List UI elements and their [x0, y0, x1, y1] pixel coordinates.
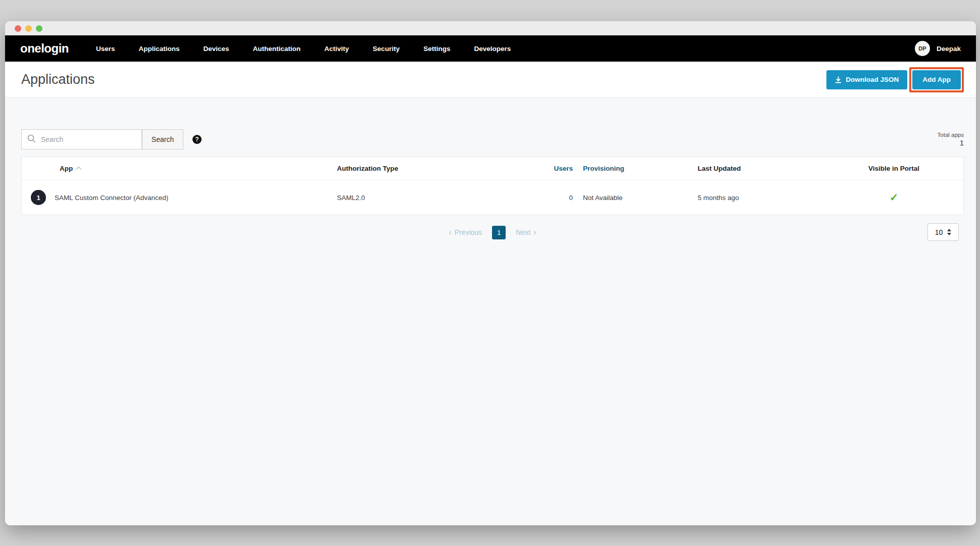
next-page-button[interactable]: Next ›	[516, 228, 539, 237]
download-icon	[835, 76, 842, 83]
toolbar: Search ? Total apps 1	[21, 129, 964, 150]
column-header-provisioning[interactable]: Provisioning	[583, 165, 698, 172]
onelogin-logo[interactable]: onelogin	[20, 41, 69, 56]
user-name: Deepak	[937, 45, 961, 53]
top-navbar: onelogin Users Applications Devices Auth…	[5, 35, 976, 62]
browser-window: onelogin Users Applications Devices Auth…	[5, 21, 976, 525]
applications-table: App Authorization Type Users Provisionin…	[21, 157, 964, 215]
chevron-right-icon: ›	[533, 228, 536, 237]
column-header-last-updated: Last Updated	[698, 165, 868, 172]
total-apps-label: Total apps	[938, 132, 964, 138]
add-app-button[interactable]: Add App	[912, 70, 961, 89]
search-input[interactable]	[41, 135, 136, 143]
cell-auth-type: SAML2.0	[337, 194, 539, 202]
desktop-background: onelogin Users Applications Devices Auth…	[0, 0, 980, 546]
stepper-arrows-icon	[947, 229, 951, 235]
table-header-row: App Authorization Type Users Provisionin…	[22, 157, 963, 180]
nav-item-developers[interactable]: Developers	[474, 45, 511, 53]
nav-item-activity[interactable]: Activity	[324, 45, 349, 53]
main-content: Search ? Total apps 1 App Authorization …	[5, 98, 976, 525]
nav-item-security[interactable]: Security	[373, 45, 400, 53]
column-header-authorization-type: Authorization Type	[337, 165, 539, 172]
row-index-badge: 1	[31, 190, 46, 205]
nav-item-settings[interactable]: Settings	[423, 45, 450, 53]
cell-visible-in-portal: ✓	[868, 191, 963, 204]
maximize-window-icon[interactable]	[36, 25, 42, 32]
nav-item-applications[interactable]: Applications	[139, 45, 180, 53]
pagination-row: ‹ Previous 1 Next › 10	[21, 223, 964, 241]
total-apps-value: 1	[938, 138, 964, 147]
minimize-window-icon[interactable]	[25, 25, 32, 32]
cell-provisioning: Not Available	[583, 194, 698, 202]
annotation-highlight-box: Add App	[909, 67, 964, 92]
column-header-app[interactable]: App	[22, 165, 337, 172]
column-header-users[interactable]: Users	[539, 165, 583, 172]
page-header: Applications Download JSON Add App	[5, 62, 976, 98]
sort-asc-icon	[76, 166, 81, 172]
nav-item-users[interactable]: Users	[96, 45, 115, 53]
table-row[interactable]: 1 SAML Custom Connector (Advanced) SAML2…	[22, 180, 963, 215]
download-json-button[interactable]: Download JSON	[826, 70, 907, 89]
previous-page-button[interactable]: ‹ Previous	[446, 228, 482, 237]
column-header-visible-in-portal: Visible in Portal	[868, 165, 963, 172]
search-icon	[27, 134, 36, 145]
cell-last-updated: 5 months ago	[698, 194, 868, 202]
search-button[interactable]: Search	[142, 129, 183, 150]
user-avatar[interactable]: DP	[915, 41, 930, 56]
window-titlebar	[5, 21, 976, 35]
page-title: Applications	[21, 72, 95, 87]
page-size-value: 10	[935, 228, 943, 236]
pagination: ‹ Previous 1 Next ›	[446, 226, 540, 239]
app-name-link[interactable]: SAML Custom Connector (Advanced)	[55, 194, 168, 202]
check-icon: ✓	[890, 191, 899, 203]
help-icon[interactable]: ?	[192, 135, 202, 144]
chevron-left-icon: ‹	[449, 228, 452, 237]
cell-users: 0	[539, 194, 583, 202]
nav-item-devices[interactable]: Devices	[204, 45, 229, 53]
nav-item-authentication[interactable]: Authentication	[253, 45, 301, 53]
total-apps: Total apps 1	[938, 129, 964, 147]
close-window-icon[interactable]	[15, 25, 21, 32]
search-box	[21, 129, 142, 150]
page-size-select[interactable]: 10	[927, 223, 959, 241]
current-page-button[interactable]: 1	[492, 226, 506, 239]
